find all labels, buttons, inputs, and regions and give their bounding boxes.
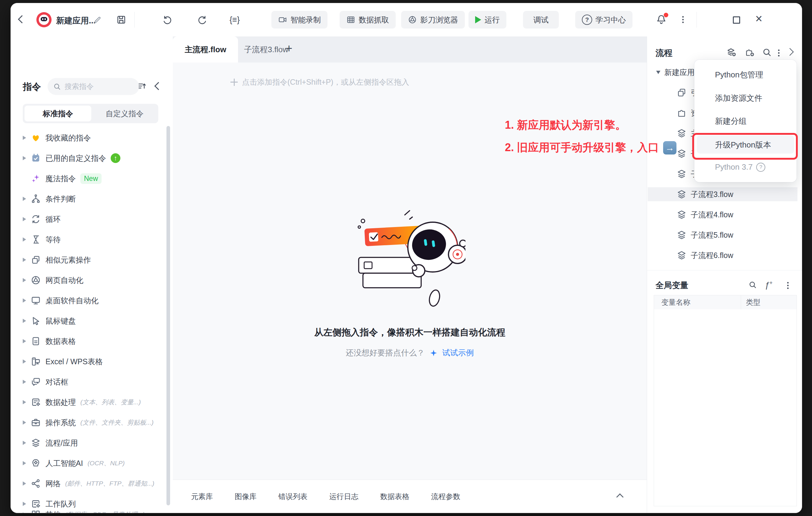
tree-row-subflow4[interactable]: 子流程4.flow — [676, 208, 733, 222]
expand-caret-icon[interactable] — [23, 258, 26, 262]
redo-icon[interactable] — [197, 15, 207, 25]
learn-center-button[interactable]: ? 学习中心 — [575, 11, 633, 29]
search-input[interactable] — [64, 82, 117, 91]
bottom-tab-images[interactable]: 图像库 — [235, 492, 257, 501]
sidebar-item-similar-elements[interactable]: 相似元素操作 — [23, 253, 168, 267]
sidebar-item-mouse-keyboard[interactable]: 鼠标键盘 — [23, 314, 168, 328]
sidebar-item-network[interactable]: 网络(邮件、HTTP、FTP、群通知...) — [23, 477, 168, 490]
caret-down-icon[interactable] — [656, 71, 660, 74]
rename-pencil-icon[interactable] — [93, 15, 102, 24]
toolbar: 新建应用... {≡} 智能录制 数据抓取 影刀浏览器 运行 调试 ? 学习中心 — [10, 3, 802, 37]
expand-caret-icon[interactable] — [23, 441, 26, 445]
undo-icon[interactable] — [162, 15, 173, 25]
menu-item-add-resource[interactable]: 添加资源文件 — [715, 93, 762, 104]
sidebar-item-excel[interactable]: Excel / WPS表格 — [23, 355, 168, 369]
expand-caret-icon[interactable] — [23, 481, 26, 486]
tab-custom-commands[interactable]: 自定义指令 — [92, 106, 157, 121]
tab-sub-flow3[interactable]: 子流程3.flow — [242, 36, 290, 62]
menu-item-python-packages[interactable]: Python包管理 — [715, 70, 763, 80]
bottom-tab-datatable[interactable]: 数据表格 — [380, 492, 409, 501]
sidebar-item-dialog[interactable]: 对话框 — [23, 375, 168, 389]
sidebar-item-web-automation[interactable]: 网页自动化 — [23, 273, 168, 287]
close-button[interactable]: × — [755, 14, 762, 23]
sidebar-item-wait[interactable]: 等待 — [23, 233, 168, 246]
sidebar-item-condition[interactable]: 条件判断 — [23, 192, 168, 206]
pc-monitor-icon — [31, 356, 41, 366]
expand-caret-icon[interactable] — [23, 502, 26, 506]
sidebar-scrollbar[interactable] — [167, 126, 170, 506]
save-icon[interactable] — [116, 15, 126, 25]
sort-icon[interactable] — [137, 81, 147, 91]
back-button[interactable] — [19, 17, 25, 23]
tab-standard-commands[interactable]: 标准指令 — [25, 106, 91, 121]
search-icon — [53, 83, 61, 90]
tab-divider — [280, 44, 280, 55]
sidebar-item-data-table[interactable]: 数据表格 — [23, 334, 168, 348]
expand-caret-icon[interactable] — [23, 136, 26, 140]
sidebar-item-other[interactable]: 其他(数据库、PDF、异常处理...) — [23, 508, 168, 513]
try-example-link[interactable]: 试试示例 — [442, 348, 474, 358]
heart-icon — [31, 133, 41, 143]
expand-caret-icon[interactable] — [23, 400, 26, 404]
sidebar-item-favorites[interactable]: 我收藏的指令 — [23, 131, 168, 145]
search-vars-icon[interactable] — [748, 280, 757, 289]
data-scrape-button[interactable]: 数据抓取 — [340, 11, 396, 29]
question-circle-icon[interactable]: ? — [756, 163, 765, 172]
debug-button[interactable]: 调试 — [523, 11, 559, 29]
tab-main-flow[interactable]: 主流程.flow — [173, 36, 238, 62]
expand-caret-icon[interactable] — [23, 197, 26, 201]
tree-row-subflow5[interactable]: 子流程5.flow — [676, 228, 733, 242]
expand-caret-icon[interactable] — [23, 298, 26, 303]
expand-caret-icon[interactable] — [23, 237, 26, 242]
vars-more-icon[interactable] — [787, 285, 789, 286]
expand-caret-icon[interactable] — [23, 512, 26, 513]
expand-caret-icon[interactable] — [23, 359, 26, 363]
sidebar-item-magic[interactable]: 魔法指令New — [23, 171, 168, 186]
smart-record-button[interactable]: 智能录制 — [271, 11, 327, 29]
expand-caret-icon[interactable] — [23, 339, 26, 343]
collapse-panel-button[interactable] — [787, 49, 792, 56]
tree-root-app[interactable]: 新建应用 — [656, 65, 695, 79]
add-flow-icon[interactable] — [726, 47, 736, 57]
notification-bell[interactable] — [656, 14, 667, 26]
annotation-line2: 2. 旧应用可手动升级引擎，入口 → — [505, 140, 676, 155]
code-view-icon[interactable]: {≡} — [230, 15, 240, 25]
add-tab-button[interactable]: + — [286, 42, 292, 55]
expand-caret-icon[interactable] — [23, 278, 26, 282]
sidebar-item-data-processing[interactable]: 数据处理(文本、列表、变量...) — [23, 395, 168, 409]
bottom-tab-runlog[interactable]: 运行日志 — [329, 492, 358, 501]
add-resource-icon[interactable] — [745, 47, 754, 57]
tree-row-subflow6[interactable]: 子流程6.flow — [676, 248, 733, 262]
vars-table-body[interactable] — [654, 309, 797, 506]
collapse-bottom-button[interactable] — [617, 494, 622, 499]
sidebar-item-flow-app[interactable]: 流程/应用 — [23, 436, 168, 450]
search-flow-icon[interactable] — [762, 47, 772, 57]
more-menu-icon[interactable] — [682, 19, 684, 20]
window-title: 新建应用... — [56, 15, 96, 26]
expand-caret-icon[interactable] — [23, 461, 26, 465]
flow-more-icon[interactable] — [778, 52, 780, 54]
bottom-tab-elements[interactable]: 元素库 — [191, 492, 213, 501]
sidebar-item-used-custom[interactable]: 已用的自定义指令↑ — [23, 151, 168, 165]
add-command-hint[interactable]: 点击添加指令(Ctrl+Shift+P)，或从左侧指令区拖入 — [230, 77, 409, 87]
expand-caret-icon[interactable] — [23, 420, 26, 425]
layers-icon — [676, 148, 687, 159]
maximize-button[interactable] — [733, 17, 740, 24]
sidebar-item-loop[interactable]: 循环 — [23, 212, 168, 226]
browser-button[interactable]: 影刀浏览器 — [401, 11, 465, 29]
menu-item-new-group[interactable]: 新建分组 — [715, 116, 747, 127]
tree-row-subflow3[interactable]: 子流程3.flow — [676, 187, 733, 201]
add-variable-fx-icon[interactable]: ƒ+ — [765, 280, 773, 290]
sidebar-item-desktop-automation[interactable]: 桌面软件自动化 — [23, 294, 168, 307]
collapse-sidebar-button[interactable] — [155, 83, 161, 90]
expand-caret-icon[interactable] — [23, 217, 26, 221]
sidebar-item-os[interactable]: 操作系统(文件、文件夹、剪贴板...) — [23, 415, 168, 430]
sidebar-item-ai[interactable]: 人工智能AI(OCR、NLP) — [23, 456, 168, 470]
run-button[interactable]: 运行 — [468, 11, 506, 29]
expand-caret-icon[interactable] — [23, 156, 26, 160]
expand-caret-icon[interactable] — [23, 380, 26, 384]
expand-caret-icon[interactable] — [23, 319, 26, 323]
bottom-tab-params[interactable]: 流程参数 — [431, 492, 460, 501]
bottom-tab-errors[interactable]: 错误列表 — [278, 492, 308, 501]
monitor-icon — [31, 295, 41, 306]
